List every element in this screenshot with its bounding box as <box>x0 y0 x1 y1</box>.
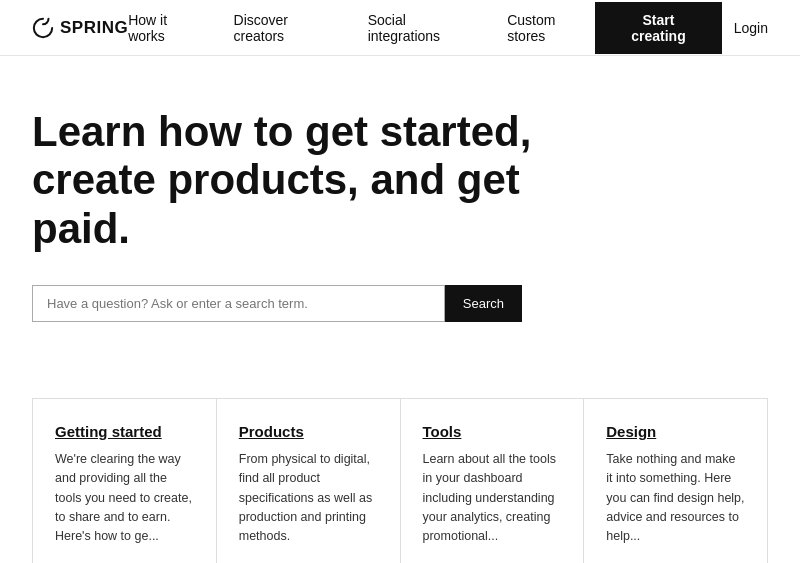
card-title-design[interactable]: Design <box>606 423 745 440</box>
search-bar: Search <box>32 285 522 322</box>
start-creating-button[interactable]: Start creating <box>595 2 722 54</box>
search-button[interactable]: Search <box>445 285 522 322</box>
nav-how-it-works[interactable]: How it works <box>128 12 205 44</box>
spring-logo-icon <box>32 17 54 39</box>
nav-discover-creators[interactable]: Discover creators <box>234 12 340 44</box>
card-title-tools[interactable]: Tools <box>423 423 562 440</box>
card-tools: Tools Learn about all the tools in your … <box>401 399 585 563</box>
nav-links: How it works Discover creators Social in… <box>128 12 595 44</box>
logo[interactable]: SPRING <box>32 17 128 39</box>
card-getting-started: Getting started We're clearing the way a… <box>33 399 217 563</box>
card-desc-tools: Learn about all the tools in your dashbo… <box>423 450 562 547</box>
nav-actions: Start creating Login <box>595 2 768 54</box>
card-title-getting-started[interactable]: Getting started <box>55 423 194 440</box>
card-design: Design Take nothing and make it into som… <box>584 399 768 563</box>
navbar: SPRING How it works Discover creators So… <box>0 0 800 56</box>
card-products: Products From physical to digital, find … <box>217 399 401 563</box>
login-button[interactable]: Login <box>734 20 768 36</box>
cards-grid: Getting started We're clearing the way a… <box>32 398 768 563</box>
search-input[interactable] <box>32 285 445 322</box>
card-desc-getting-started: We're clearing the way and providing all… <box>55 450 194 547</box>
nav-custom-stores[interactable]: Custom stores <box>507 12 595 44</box>
card-title-products[interactable]: Products <box>239 423 378 440</box>
hero-section: Learn how to get started, create product… <box>0 56 800 398</box>
nav-social-integrations[interactable]: Social integrations <box>368 12 480 44</box>
hero-heading: Learn how to get started, create product… <box>32 108 552 253</box>
card-desc-design: Take nothing and make it into something.… <box>606 450 745 547</box>
logo-text: SPRING <box>60 18 128 38</box>
card-desc-products: From physical to digital, find all produ… <box>239 450 378 547</box>
